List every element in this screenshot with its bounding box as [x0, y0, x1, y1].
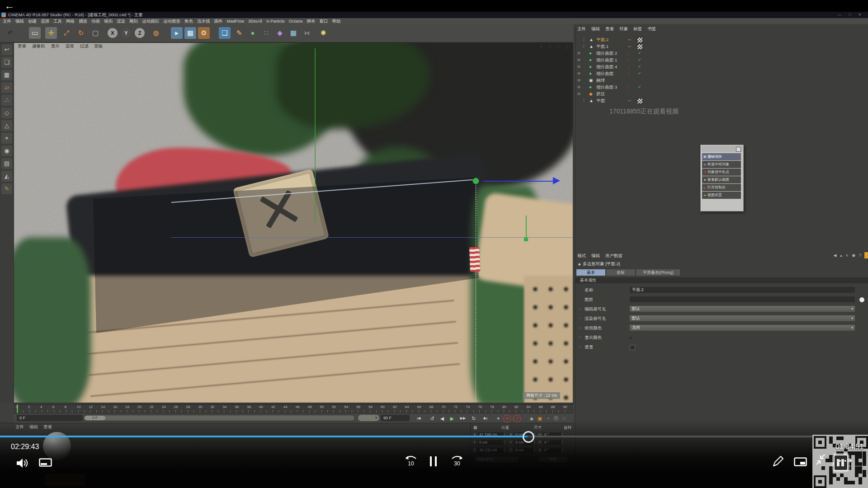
object-name[interactable]: 挤压: [596, 90, 605, 97]
object-manager-menu-item[interactable]: 查看: [605, 26, 614, 32]
viewport-menu-item[interactable]: 查看: [18, 43, 26, 49]
object-manager-menu-item[interactable]: 对象: [619, 26, 628, 32]
render-view-icon[interactable]: ▸: [171, 27, 183, 39]
menubar-item[interactable]: 创建: [28, 18, 37, 24]
attribute-menu-item[interactable]: 模式: [577, 253, 586, 259]
object-manager-menu-item[interactable]: 编辑: [591, 26, 600, 32]
color-expand-icon[interactable]: ▸: [630, 333, 632, 342]
danmaku-button[interactable]: [39, 458, 52, 471]
target-icon[interactable]: ◉: [852, 253, 855, 258]
viewport-menu-item[interactable]: 选项: [66, 43, 74, 49]
range-slider-handle[interactable]: 0 F: [85, 416, 105, 420]
render-picture-viewer-icon[interactable]: ▦: [184, 27, 196, 39]
object-name[interactable]: 细分曲面 1: [596, 56, 617, 63]
object-row[interactable]: ⊞●细分曲面 1¦✓: [576, 56, 868, 63]
dropdown-field[interactable]: 默认▾: [630, 306, 855, 312]
zoom-view-icon[interactable]: ⇕: [548, 43, 552, 50]
edges-mode-icon[interactable]: ◇: [1, 108, 12, 118]
menubar-item[interactable]: 运动图形: [163, 18, 180, 24]
convert-mode-icon[interactable]: ↩: [1, 44, 12, 55]
object-row[interactable]: ⊞●细分曲面 3¦✓: [576, 84, 868, 90]
forward-30-button[interactable]: 30: [449, 455, 465, 473]
object-manager-menu-item[interactable]: 书签: [647, 26, 656, 32]
back-button[interactable]: ←: [5, 0, 14, 12]
coordinate-system-icon[interactable]: ◍: [150, 27, 162, 39]
add-camera-icon[interactable]: ∺: [301, 27, 313, 39]
menubar-item[interactable]: 编辑: [15, 18, 24, 24]
key-pla-toggle[interactable]: ∷: [558, 414, 570, 422]
points-mode-icon[interactable]: ∴: [1, 95, 12, 106]
last-tool-icon[interactable]: ▢: [90, 27, 101, 39]
help-icon[interactable]: ?: [859, 253, 861, 258]
progress-scrubber[interactable]: [523, 431, 534, 443]
mini-player-button[interactable]: [794, 457, 807, 470]
undo-icon[interactable]: ↶: [5, 27, 16, 39]
enable-toggle-icon[interactable]: ¦: [628, 70, 629, 77]
visibility-dots-icon[interactable]: ••: [628, 43, 632, 50]
enable-toggle-icon[interactable]: ¦: [628, 84, 629, 90]
enable-toggle-icon[interactable]: ¦: [628, 50, 629, 56]
add-cube-icon[interactable]: ❑: [219, 27, 231, 39]
position-field[interactable]: 0 cm: [478, 440, 505, 445]
panel-lock-tag[interactable]: [864, 252, 868, 258]
object-name[interactable]: 平面.1: [596, 43, 609, 50]
menubar-item[interactable]: 插件: [214, 18, 223, 24]
viewport-menu-item[interactable]: 面板: [94, 43, 103, 49]
object-name[interactable]: 细分曲面 3: [596, 84, 617, 90]
rotate-view-icon[interactable]: ↻: [557, 43, 561, 50]
model-mode-icon[interactable]: ❑: [1, 57, 12, 68]
add-array-icon[interactable]: ∷: [260, 27, 272, 39]
y-axis-handle-knob[interactable]: [524, 237, 528, 241]
viewport-menu-item[interactable]: 显示: [51, 43, 60, 49]
toggle-views-icon[interactable]: ◰: [565, 43, 570, 50]
menubar-item[interactable]: 选择: [41, 18, 49, 24]
stepper-icon[interactable]: ▴▾: [561, 448, 564, 452]
menubar-item[interactable]: 流水线: [197, 18, 210, 24]
menubar-item[interactable]: Octane: [289, 18, 303, 24]
stepper-icon[interactable]: ▴▾: [561, 440, 564, 445]
visibility-dots-icon[interactable]: ••: [628, 97, 632, 104]
menubar-item[interactable]: 渲染: [117, 18, 125, 24]
object-name[interactable]: 细分曲面 2: [596, 50, 617, 56]
axis-mode-icon[interactable]: ⌖: [1, 133, 12, 144]
viewport-filter-icon[interactable]: ◭: [1, 171, 12, 182]
rotation-field[interactable]: 0 °: [543, 440, 562, 445]
object-row[interactable]: ┆▲平面.2••: [576, 36, 868, 43]
add-spline-icon[interactable]: ✎: [233, 27, 245, 39]
lock-x-axis-icon[interactable]: X: [108, 28, 118, 38]
polygons-mode-icon[interactable]: △: [1, 120, 12, 131]
layer-browse-icon[interactable]: [859, 297, 865, 303]
tree-expander-icon[interactable]: ┆: [583, 36, 585, 43]
popup-menu-item[interactable]: ◣打开控制台: [702, 184, 741, 191]
snap-toggle-icon[interactable]: ◉: [1, 145, 12, 156]
stepper-icon[interactable]: ▴▾: [533, 440, 536, 445]
menubar-item[interactable]: 3DtoAll: [248, 18, 262, 24]
exit-fullscreen-button[interactable]: [814, 453, 828, 469]
material-menu-item[interactable]: 编辑: [29, 424, 38, 430]
up-arrow-icon[interactable]: ▴: [840, 253, 842, 258]
menubar-item[interactable]: 捕捉: [79, 18, 87, 24]
texture-tag-icon[interactable]: [637, 44, 643, 50]
add-subdivision-surface-icon[interactable]: ●: [247, 27, 259, 39]
goto-end-button[interactable]: ▶|: [480, 414, 491, 422]
menubar-item[interactable]: MadFlow: [227, 18, 245, 24]
texture-tag-icon[interactable]: [637, 37, 643, 43]
attribute-tab[interactable]: 基本: [576, 269, 606, 276]
menubar-item[interactable]: 帮助: [332, 18, 341, 24]
viewport[interactable]: 查看摄像机显示选项过滤面板 ✛⇕↻◰ 网格尺寸 : 12 cm: [14, 42, 573, 403]
object-name[interactable]: 平面: [596, 97, 605, 104]
progress-bar-played[interactable]: [0, 436, 528, 437]
lock-y-axis-icon[interactable]: Y: [121, 28, 131, 38]
volume-button[interactable]: [15, 457, 29, 471]
name-field[interactable]: 平面.2: [630, 287, 855, 293]
enable-toggle-icon[interactable]: ¦: [628, 56, 629, 63]
window-controls[interactable]: — □ ✕: [838, 12, 864, 18]
texture-mode-icon[interactable]: ▦: [1, 70, 12, 80]
object-row[interactable]: ⊞●细分曲面 4¦✓: [576, 63, 868, 70]
end-frame-field[interactable]: 90 F: [381, 415, 410, 421]
add-deformer-icon[interactable]: ◆: [274, 27, 286, 39]
popup-menu-item[interactable]: ◈框显中间对象: [702, 161, 741, 168]
goto-start-button[interactable]: |◀: [413, 414, 425, 422]
record-keyframe-button[interactable]: ✦: [492, 414, 504, 422]
menubar-item[interactable]: 网格: [66, 18, 75, 24]
